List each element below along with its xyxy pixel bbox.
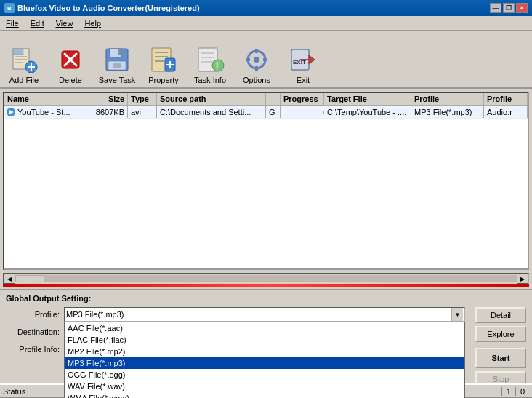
cell-type: avi [128,106,157,118]
detail-explore-buttons: Detail Explore [475,307,526,342]
scroll-track[interactable] [15,275,517,282]
red-divider [3,284,529,287]
minimize-button[interactable]: — [490,3,501,13]
cell-name: YouTube - St... [4,107,84,117]
status-count1: 1 [502,387,516,396]
svg-rect-33 [255,49,258,53]
dropdown-item-wma[interactable]: WMA File(*.wma) [65,392,464,398]
delete-button[interactable]: Delete [51,45,90,84]
menu-file[interactable]: File [3,18,22,28]
dropdown-item-mp2[interactable]: MP2 File(*.mp2) [65,346,464,357]
detail-button[interactable]: Detail [475,307,526,323]
profile-row: Profile: MP3 File(*.mp3) ▼ AAC File(*.aa… [6,307,465,322]
scroll-thumb[interactable] [15,275,44,282]
right-buttons: Detail Explore Start Stop [475,307,526,387]
cell-extra: G [266,106,281,118]
menu-edit[interactable]: Edit [28,18,47,28]
col-header-profile1[interactable]: Profile [411,93,484,105]
save-task-button[interactable]: Save Task [97,45,137,84]
profile-dropdown[interactable]: AAC File(*.aac) FLAC File(*.flac) MP2 Fi… [64,322,465,398]
property-label: Property [148,76,179,84]
options-button[interactable]: Options [237,45,276,84]
window-title: Bluefox Video to Audio Converter(Unregis… [17,4,200,12]
svg-point-32 [254,57,259,63]
profile-combo-text: MP3 File(*.mp3) [66,310,451,319]
cell-size: 8607KB [84,106,128,118]
cell-profile2: Audio:r [484,106,528,118]
col-header-extra [266,93,281,105]
col-header-type[interactable]: Type [128,93,157,105]
col-header-source[interactable]: Source path [157,93,266,105]
bottom-panel: Global Output Setting: Profile: MP3 File… [0,289,532,391]
dropdown-item-wav[interactable]: WAV File(*.wav) [65,381,464,392]
profile-control: MP3 File(*.mp3) ▼ AAC File(*.aac) FLAC F… [64,307,465,322]
exit-label: Exit [297,76,310,84]
start-button[interactable]: Start [475,348,526,368]
scroll-right-button[interactable]: ▶ [517,274,528,284]
dropdown-item-ogg[interactable]: OGG File(*.ogg) [65,369,464,381]
svg-rect-36 [263,58,267,61]
svg-rect-15 [118,49,121,55]
cell-progress [281,111,324,114]
app-icon: B [4,3,15,13]
explore-button[interactable]: Explore [475,326,526,342]
close-button[interactable]: ✕ [516,3,528,13]
col-header-progress[interactable]: Progress [281,93,324,105]
svg-text:B: B [7,5,12,12]
global-settings-title: Global Output Setting: [6,294,526,303]
cell-target: C:\Temp\YouTube - .... [324,106,411,118]
svg-rect-34 [255,66,258,71]
window-controls: — ❐ ✕ [490,3,528,13]
profile-label: Profile: [6,310,64,319]
svg-text:i: i [216,60,218,71]
menu-bar: File Edit View Help [0,16,532,31]
task-info-button[interactable]: i Task Info [190,45,230,84]
title-bar: B Bluefox Video to Audio Converter(Unreg… [0,0,532,16]
file-list: Name Size Type Source path Progress Targ… [3,92,529,270]
col-header-size[interactable]: Size [84,93,128,105]
svg-rect-35 [246,58,250,61]
delete-label: Delete [59,76,82,84]
svg-text:EXIT: EXIT [293,59,306,65]
cell-source: C:\Documents and Setti... [157,106,266,118]
table-row[interactable]: YouTube - St... 8607KB avi C:\Documents … [4,106,528,119]
add-file-button[interactable]: Add File [4,45,44,84]
profile-info-label: Profile Info: [6,345,64,354]
horizontal-scrollbar[interactable]: ◀ ▶ [3,273,529,284]
dropdown-item-aac[interactable]: AAC File(*.aac) [65,322,464,334]
menu-help[interactable]: Help [81,18,104,28]
save-task-label: Save Task [99,76,136,84]
task-info-label: Task Info [194,76,226,84]
profile-combo-wrapper: MP3 File(*.mp3) ▼ AAC File(*.aac) FLAC F… [64,307,465,322]
cell-profile1: MP3 File(*.mp3) [411,106,484,118]
property-button[interactable]: Property [144,45,183,84]
profile-combo-arrow[interactable]: ▼ [451,308,463,321]
destination-label: Destination: [6,327,64,336]
col-header-target[interactable]: Target File [324,93,411,105]
add-file-label: Add File [9,76,39,84]
settings-left: Profile: MP3 File(*.mp3) ▼ AAC File(*.aa… [6,307,465,387]
col-header-profile2[interactable]: Profile [484,93,528,105]
bottom-row: Profile: MP3 File(*.mp3) ▼ AAC File(*.aa… [6,307,526,387]
dropdown-item-flac[interactable]: FLAC File(*.flac) [65,334,464,346]
restore-button[interactable]: ❐ [503,3,515,13]
file-list-header: Name Size Type Source path Progress Targ… [4,93,528,106]
svg-rect-3 [13,49,23,55]
svg-rect-17 [113,63,121,68]
scroll-left-button[interactable]: ◀ [4,274,15,284]
options-label: Options [243,76,270,84]
status-count2: 0 [516,387,529,396]
col-header-name[interactable]: Name [4,93,84,105]
exit-button[interactable]: EXIT Exit [283,45,323,84]
profile-combobox[interactable]: MP3 File(*.mp3) ▼ [64,307,465,322]
menu-view[interactable]: View [53,18,76,28]
toolbar: Add File Delete [0,31,532,89]
dropdown-item-mp3[interactable]: MP3 File(*.mp3) [65,357,464,369]
